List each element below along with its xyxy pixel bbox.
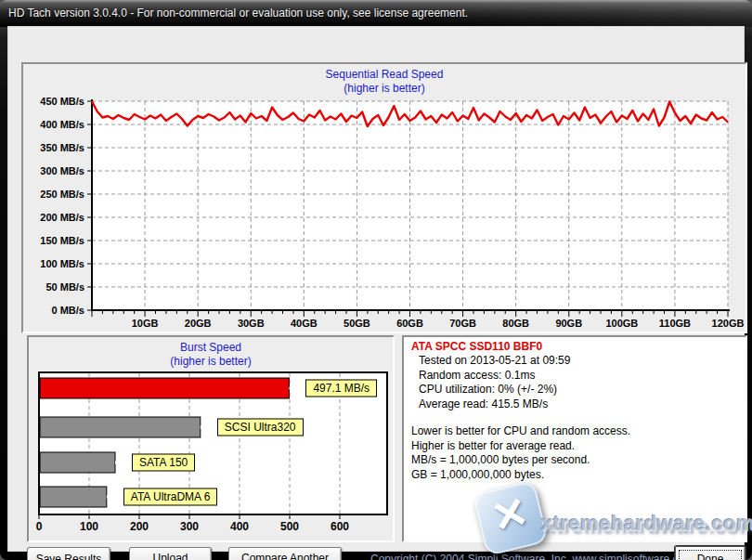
drive-detail-tested: Tested on 2013-05-21 at 09:59 [411,354,738,369]
svg-text:50GB: 50GB [344,318,370,329]
drive-detail-cpu-utilization: CPU utilization: 0% (+/- 2%) [411,383,738,397]
svg-text:90GB: 90GB [555,318,582,329]
svg-text:250 MB/s: 250 MB/s [40,189,84,200]
info-note-higher: Higher is better for average read. [411,439,738,454]
info-note-lower: Lower is better for CPU and random acces… [411,424,738,439]
done-button[interactable]: Done [675,546,746,560]
compare-another-drive-button[interactable]: Compare Another Drive [228,547,342,560]
svg-text:80GB: 80GB [502,318,529,329]
svg-text:60GB: 60GB [396,318,423,329]
bar-label: SCSI Ultra320 [217,419,304,436]
bar-1 [40,417,201,437]
save-results-button[interactable]: Save Results [27,547,110,560]
svg-text:0: 0 [36,520,43,533]
client-area: Sequential Read Speed (higher is better)… [8,27,744,551]
svg-text:70GB: 70GB [449,318,476,329]
info-note-gb: GB = 1,000,000,000 bytes. [411,468,738,483]
drive-detail-random-access: Random access: 0.1ms [411,369,738,384]
burst-speed-chart: 0100200300400500600 [29,337,393,540]
svg-text:50 MB/s: 50 MB/s [45,281,84,293]
svg-text:0 MB/s: 0 MB/s [52,305,84,316]
save-accel: S [36,553,44,560]
svg-text:110GB: 110GB [659,318,691,329]
info-spacer [411,411,738,424]
svg-text:100 MB/s: 100 MB/s [40,258,84,269]
svg-text:40GB: 40GB [291,318,318,329]
svg-text:300 MB/s: 300 MB/s [40,165,84,176]
save-label: ave Results [44,553,102,560]
done-accel: D [697,553,706,560]
bar-0 [40,378,289,398]
bar-label: 497.1 MB/s [305,380,377,397]
svg-text:30GB: 30GB [238,318,265,329]
svg-text:200 MB/s: 200 MB/s [40,212,84,223]
upload-accel: U [152,552,161,560]
drive-name: ATA SPCC SSD110 BBF0 [411,340,738,354]
svg-text:400: 400 [230,520,249,533]
svg-text:350 MB/s: 350 MB/s [40,142,84,153]
svg-text:100: 100 [80,520,98,533]
compare-accel: C [241,552,250,560]
svg-text:600: 600 [331,520,349,533]
bar-label: SATA 150 [132,454,195,472]
done-label: one [705,553,723,560]
drive-info-panel: ATA SPCC SSD110 BBF0 Tested on 2013-05-2… [402,335,747,542]
drive-detail-average-read: Average read: 415.5 MB/s [411,397,738,412]
sequential-read-chart: 0 MB/s50 MB/s100 MB/s150 MB/s200 MB/s250… [23,64,746,332]
bar-2 [40,452,115,473]
title-bar[interactable]: HD Tach version 3.0.4.0 - For non-commer… [0,0,752,27]
upload-results-button[interactable]: Upload Results [129,547,212,560]
copyright-text: Copyright (C) 2004 Simpli Software, Inc.… [370,553,694,560]
svg-text:100GB: 100GB [605,318,638,329]
info-note-mbs: MB/s = 1,000,000 bytes per second. [411,453,738,468]
hdtach-window: HD Tach version 3.0.4.0 - For non-commer… [0,0,752,560]
window-title: HD Tach version 3.0.4.0 - For non-commer… [8,0,468,27]
sequential-read-panel: Sequential Read Speed (higher is better)… [21,62,747,333]
svg-text:500: 500 [280,520,299,533]
svg-text:300: 300 [180,520,199,533]
bar-3 [40,487,107,507]
bar-label: ATA UltraDMA 6 [123,488,218,506]
compare-label: ompare Another Drive [250,552,329,560]
svg-text:450 MB/s: 450 MB/s [40,96,84,107]
svg-text:10GB: 10GB [132,318,159,329]
svg-text:150 MB/s: 150 MB/s [40,235,84,246]
burst-speed-panel: Burst Speed (higher is better) 010020030… [27,335,395,542]
svg-text:120GB: 120GB [712,318,745,329]
svg-text:400 MB/s: 400 MB/s [40,119,84,130]
svg-text:200: 200 [130,520,149,533]
svg-text:20GB: 20GB [185,318,212,329]
